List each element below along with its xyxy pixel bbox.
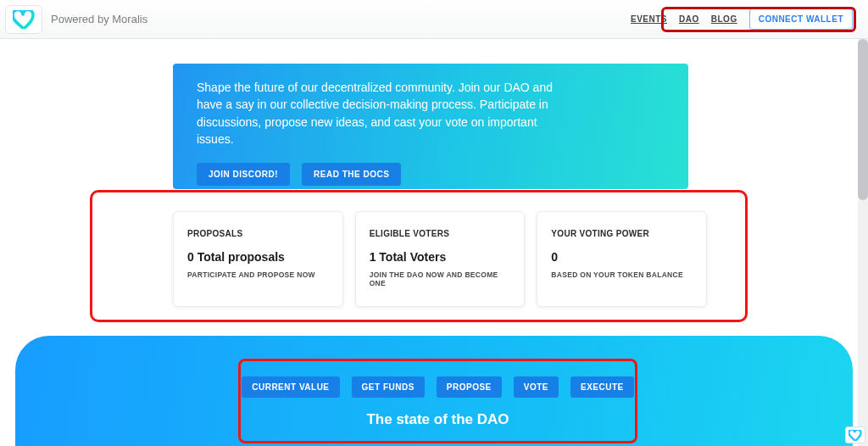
heart-icon: [849, 430, 862, 441]
brand-label: Powered by Moralis: [51, 13, 147, 25]
card-voters: ELIGIBLE VOTERS 1 Total Voters JOIN THE …: [355, 211, 526, 307]
moralis-logo: [5, 5, 42, 34]
card-value: 0: [551, 250, 693, 264]
join-discord-button[interactable]: JOIN DISCORD!: [197, 163, 290, 186]
execute-button[interactable]: EXECUTE: [570, 376, 634, 398]
card-power: YOUR VOTING POWER 0 BASED ON YOUR TOKEN …: [537, 211, 707, 307]
connect-wallet-button[interactable]: CONNECT WALLET: [749, 8, 853, 30]
card-subtext: BASED ON YOUR TOKEN BALANCE: [551, 270, 693, 279]
vote-button[interactable]: VOTE: [514, 376, 559, 398]
card-title: YOUR VOTING POWER: [551, 229, 693, 238]
heart-icon: [13, 10, 35, 29]
stats-cards: PROPOSALS 0 Total proposals PARTICIPATE …: [173, 211, 707, 307]
card-title: ELIGIBLE VOTERS: [370, 229, 511, 238]
current-value-button[interactable]: CURRENT VALUE: [242, 376, 339, 398]
action-buttons: CURRENT VALUE GET FUNDS PROPOSE VOTE EXE…: [242, 376, 634, 398]
nav-blog[interactable]: BLOG: [711, 14, 737, 24]
actions-highlight-box: CURRENT VALUE GET FUNDS PROPOSE VOTE EXE…: [238, 359, 637, 443]
card-value: 1 Total Voters: [370, 250, 511, 264]
card-subtext: PARTICIPATE AND PROPOSE NOW: [187, 270, 329, 279]
card-title: PROPOSALS: [187, 229, 329, 238]
card-value: 0 Total proposals: [187, 250, 329, 264]
topbar: Powered by Moralis EVENTS DAO BLOG CONNE…: [0, 0, 868, 39]
brand: Powered by Moralis: [5, 5, 147, 34]
read-docs-button[interactable]: READ THE DOCS: [302, 163, 401, 186]
card-proposals: PROPOSALS 0 Total proposals PARTICIPATE …: [173, 211, 343, 307]
card-subtext: JOIN THE DAO NOW AND BECOME ONE: [370, 270, 511, 287]
hero-banner: Shape the future of our decentralized co…: [173, 64, 688, 189]
state-title: The state of the DAO: [366, 411, 509, 428]
scrollbar-thumb[interactable]: [858, 39, 868, 200]
hero-text: Shape the future of our decentralized co…: [197, 79, 553, 148]
corner-widget[interactable]: [845, 426, 865, 443]
nav-dao[interactable]: DAO: [679, 14, 699, 24]
propose-button[interactable]: PROPOSE: [437, 376, 502, 398]
nav-events[interactable]: EVENTS: [631, 14, 667, 24]
top-nav: EVENTS DAO BLOG CONNECT WALLET: [631, 8, 865, 30]
get-funds-button[interactable]: GET FUNDS: [352, 376, 425, 398]
